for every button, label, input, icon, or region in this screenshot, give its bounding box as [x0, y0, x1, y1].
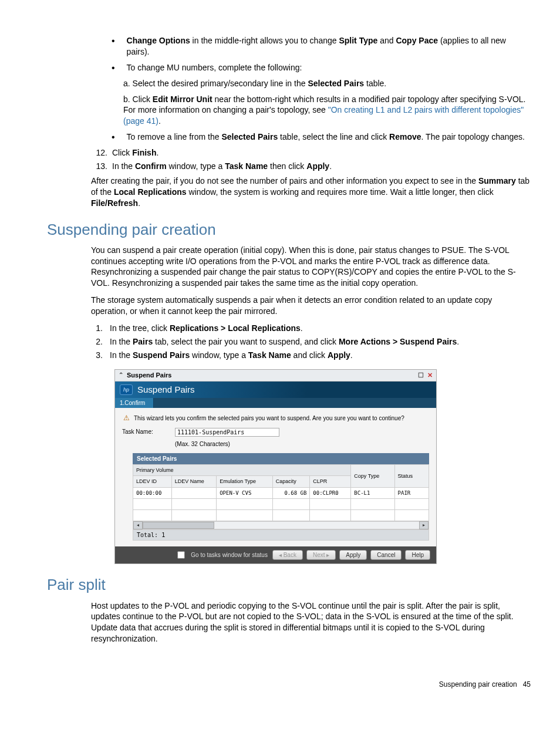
collapse-icon[interactable]: ⌃	[119, 371, 123, 379]
col-cap: Capacity	[272, 476, 310, 487]
page-footer: Suspending pair creation 45	[47, 680, 531, 689]
bullet-icon: •	[112, 133, 115, 143]
col-emul: Emulation Type	[217, 476, 272, 487]
scroll-right-icon[interactable]: ▸	[419, 521, 429, 529]
sub-step-b: b. Click Edit Mirror Unit near the botto…	[123, 94, 531, 127]
wizard-message: ⚠ This wizard lets you confirm the selec…	[122, 414, 429, 422]
bullet-item: • To change MU numbers, complete the fol…	[112, 62, 531, 73]
max-chars-hint: (Max. 32 Characters)	[175, 440, 429, 448]
col-group-primary: Primary Volume	[133, 465, 351, 476]
col-copytype: Copy Type	[351, 465, 394, 487]
maximize-icon[interactable]: ☐	[418, 371, 424, 380]
next-button[interactable]: Next ▸	[306, 550, 336, 560]
bullet-icon: •	[112, 36, 115, 58]
apply-button[interactable]: Apply	[339, 550, 367, 560]
help-button[interactable]: Help	[405, 550, 430, 560]
wizard-step-confirm: 1.Confirm	[115, 398, 154, 409]
heading-suspending: Suspending pair creation	[47, 220, 531, 240]
suspend-step-1: 1.In the tree, click Replications > Loca…	[91, 323, 531, 334]
table-row-empty	[133, 498, 429, 509]
selected-pairs-title: Selected Pairs	[133, 453, 429, 465]
selected-pairs-table: Primary Volume Copy Type Status LDEV ID …	[133, 464, 429, 521]
wizard-step-bar: 1.Confirm	[115, 398, 436, 409]
table-row[interactable]: 00:00:00 OPEN-V CVS 0.68 GB 00:CLPR0 BC-…	[133, 487, 429, 498]
horizontal-scrollbar[interactable]: ◂ ▸	[133, 521, 429, 530]
suspend-para-2: The storage system automatically suspend…	[91, 295, 531, 317]
dialog-title: Suspend Pairs	[127, 371, 171, 380]
cancel-button[interactable]: Cancel	[370, 550, 402, 560]
bullet-icon: •	[112, 63, 115, 73]
col-ldevid: LDEV ID	[133, 476, 172, 487]
heading-pair-split: Pair split	[47, 575, 531, 595]
goto-tasks-label: Go to tasks window for status	[191, 551, 268, 559]
close-icon[interactable]: ✕	[427, 371, 433, 380]
col-clpr: CLPR	[310, 476, 351, 487]
dialog-footer: Go to tasks window for status ◂ Back Nex…	[115, 546, 436, 563]
scroll-left-icon[interactable]: ◂	[133, 521, 143, 529]
suspend-step-3: 3.In the Suspend Pairs window, type a Ta…	[91, 350, 531, 361]
suspend-step-2: 2.In the Pairs tab, select the pair you …	[91, 336, 531, 347]
bullet-text: Change Options in the middle-right allow…	[127, 35, 531, 58]
suspend-pairs-dialog: ⌃ Suspend Pairs ☐ ✕ hp Suspend Pairs 1.C…	[114, 369, 437, 565]
split-para: Host updates to the P-VOL and periodic c…	[91, 600, 531, 645]
sub-step-a: a. Select the desired primary/secondary …	[123, 78, 531, 89]
step-12: 12.Click Finish.	[91, 147, 531, 158]
back-button[interactable]: ◂ Back	[272, 550, 303, 560]
bullet-text: To remove a line from the Selected Pairs…	[127, 131, 531, 143]
col-status: Status	[394, 465, 429, 487]
table-row-empty	[133, 509, 429, 521]
after-paragraph: After creating the pair, if you do not s…	[91, 175, 531, 209]
task-name-input[interactable]	[175, 428, 279, 437]
scroll-thumb[interactable]	[143, 522, 214, 529]
bullet-text: To change MU numbers, complete the follo…	[127, 62, 531, 73]
bullet-item: • To remove a line from the Selected Pai…	[112, 131, 531, 143]
suspend-para-1: You can suspend a pair create operation …	[91, 245, 531, 289]
warning-icon: ⚠	[122, 414, 130, 422]
total-row: Total: 1	[133, 530, 429, 541]
col-ldevname: LDEV Name	[171, 476, 216, 487]
bullet-item: • Change Options in the middle-right all…	[112, 35, 531, 58]
goto-tasks-checkbox[interactable]	[177, 551, 185, 559]
task-name-label: Task Name:	[122, 428, 175, 436]
step-13: 13.In the Confirm window, type a Task Na…	[91, 161, 531, 172]
dialog-header: hp Suspend Pairs	[115, 382, 436, 398]
hp-logo-icon: hp	[120, 384, 133, 395]
dialog-titlebar[interactable]: ⌃ Suspend Pairs ☐ ✕	[115, 370, 436, 382]
